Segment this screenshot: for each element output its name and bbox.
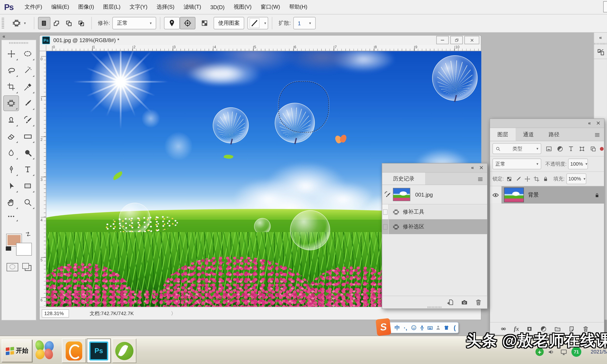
history-panel-header[interactable]: « <box>382 164 487 173</box>
toolbar-collapse-icon[interactable]: « <box>2 34 5 39</box>
sogou-punctuation-icon[interactable]: ·, <box>402 324 409 331</box>
selection-mode-subtract-icon[interactable] <box>63 17 75 29</box>
eraser-tool-icon[interactable] <box>3 128 19 144</box>
menu-edit[interactable]: 编辑(E) <box>47 3 74 11</box>
hand-tool-icon[interactable] <box>3 195 19 210</box>
dodge-tool-icon[interactable] <box>20 145 35 161</box>
collapsed-panel-icon[interactable] <box>594 45 607 59</box>
quick-mask-icon[interactable] <box>7 263 18 271</box>
gradient-tool-icon[interactable] <box>20 128 35 144</box>
menu-layer[interactable]: 图层(L) <box>99 3 125 11</box>
shape-tool-icon[interactable] <box>20 178 35 194</box>
zoom-tool-icon[interactable] <box>20 195 35 210</box>
lock-transparent-icon[interactable] <box>506 175 513 182</box>
clone-stamp-tool-icon[interactable] <box>3 112 19 128</box>
filter-adjustment-icon[interactable] <box>556 145 564 152</box>
doc-minimize-button[interactable] <box>436 36 449 44</box>
lock-all-icon[interactable] <box>543 175 549 182</box>
path-select-tool-icon[interactable] <box>3 178 19 194</box>
history-collapse-icon[interactable]: « <box>471 165 474 171</box>
pattern-picker[interactable]: ▾ <box>248 17 268 29</box>
source-pin-toggle[interactable] <box>164 17 180 29</box>
sogou-mic-icon[interactable] <box>418 325 425 331</box>
selection-mode-intersect-icon[interactable] <box>75 17 87 29</box>
destination-target-toggle[interactable] <box>180 17 196 29</box>
opacity-field[interactable]: 100%▾ <box>568 159 588 169</box>
blur-tool-icon[interactable] <box>3 145 19 161</box>
menu-view[interactable]: 视图(V) <box>229 3 256 11</box>
menu-3d[interactable]: 3D(D) <box>206 4 229 10</box>
history-resize-grip[interactable] <box>428 306 442 308</box>
status-more-chevron[interactable]: 〉 <box>171 310 176 317</box>
history-snapshot-row[interactable]: 001.jpg <box>382 185 487 204</box>
patch-tool-icon[interactable] <box>3 95 19 111</box>
minimize-button[interactable] <box>603 1 607 12</box>
new-snapshot-camera-icon[interactable] <box>461 299 468 306</box>
transparent-toggle-icon[interactable] <box>200 19 209 27</box>
ruler-corner[interactable] <box>40 45 46 51</box>
layers-close-icon[interactable] <box>596 121 601 126</box>
menu-image[interactable]: 图像(I) <box>74 3 99 11</box>
delete-state-trash-icon[interactable] <box>475 299 482 306</box>
history-tab[interactable]: 历史记录 <box>382 173 425 185</box>
lock-paint-icon[interactable] <box>515 175 522 182</box>
sogou-toolbox-icon[interactable]: ( <box>451 324 458 331</box>
history-brush-tool-icon[interactable] <box>20 112 35 128</box>
menu-select[interactable]: 选择(S) <box>152 3 179 11</box>
strip-collapse-icon[interactable]: « <box>599 35 602 40</box>
toolbar-grip[interactable] <box>9 42 29 44</box>
menu-window[interactable]: 窗口(W) <box>256 3 285 11</box>
lock-move-icon[interactable] <box>525 175 531 182</box>
options-grip[interactable] <box>2 18 4 28</box>
screen-mode-icon[interactable] <box>22 263 29 269</box>
layer-filter-type-select[interactable]: 类型▾ <box>492 143 541 154</box>
horizontal-ruler[interactable]: 0 1 2 3 4 5 6 7 8 9 10 <box>46 45 481 51</box>
layers-menu-icon[interactable] <box>594 131 601 138</box>
layer-visibility-eye-icon[interactable] <box>490 186 501 204</box>
diffusion-select[interactable]: 1▾ <box>293 17 316 29</box>
fill-field[interactable]: 100%▾ <box>566 173 586 184</box>
menu-filter[interactable]: 滤镜(T) <box>179 3 206 11</box>
layers-tab[interactable]: 图层 <box>490 128 515 141</box>
patch-mode-select[interactable]: 正常▾ <box>112 17 156 29</box>
taskbar-app-coreldraw[interactable] <box>112 339 136 363</box>
history-menu-icon[interactable] <box>477 175 484 182</box>
lasso-tool-icon[interactable] <box>3 62 19 78</box>
lock-artboard-icon[interactable] <box>534 175 540 182</box>
history-brush-source-icon[interactable] <box>382 191 393 198</box>
paths-tab[interactable]: 路径 <box>541 128 567 141</box>
layer-name[interactable]: 背景 <box>528 191 539 199</box>
marquee-tool-icon[interactable] <box>20 46 35 62</box>
filter-image-icon[interactable] <box>545 145 552 152</box>
history-close-icon[interactable] <box>479 165 484 170</box>
doc-close-button[interactable] <box>464 36 479 44</box>
layer-thumbnail[interactable] <box>504 187 524 202</box>
vertical-ruler[interactable]: 0 1 2 3 4 5 6 <box>40 51 46 307</box>
sogou-profile-icon[interactable] <box>435 325 442 331</box>
layers-panel-header[interactable]: « <box>490 119 604 128</box>
sogou-keyboard-icon[interactable] <box>427 324 434 331</box>
menu-help[interactable]: 帮助(H) <box>285 3 312 11</box>
channels-tab[interactable]: 通道 <box>515 128 541 141</box>
use-pattern-button[interactable]: 使用图案 <box>214 17 244 29</box>
edit-toolbar-icon[interactable] <box>3 210 19 222</box>
crop-tool-icon[interactable] <box>3 79 19 94</box>
taskbar-app-uc-browser[interactable] <box>62 339 86 363</box>
start-button[interactable]: 开始 <box>2 339 32 362</box>
type-tool-icon[interactable] <box>20 161 35 177</box>
blend-mode-select[interactable]: 正常▾ <box>492 159 541 169</box>
filter-shape-icon[interactable] <box>579 145 585 152</box>
filter-smart-object-icon[interactable] <box>590 145 597 152</box>
move-tool-icon[interactable] <box>3 46 19 62</box>
taskbar-app-hyperos-icon[interactable] <box>35 340 54 359</box>
new-document-from-state-icon[interactable] <box>447 299 454 306</box>
sogou-lang-mode[interactable]: 中 <box>394 324 401 331</box>
filter-type-text-icon[interactable] <box>568 145 574 152</box>
eyedropper-tool-icon[interactable] <box>20 79 35 94</box>
default-colors-icon[interactable] <box>6 247 11 251</box>
swap-colors-icon[interactable] <box>25 230 31 237</box>
patch-tool-preset[interactable]: ▾ <box>7 17 30 29</box>
sogou-emoji-icon[interactable] <box>410 325 417 331</box>
selection-marching-ants[interactable] <box>278 81 329 132</box>
background-color-swatch[interactable] <box>16 243 31 255</box>
